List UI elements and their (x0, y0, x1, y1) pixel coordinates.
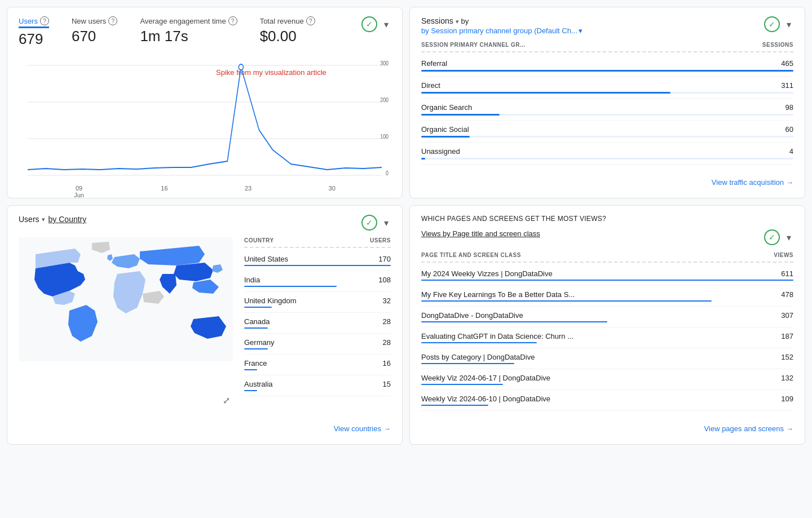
channel-row: Organic Social 60 (421, 121, 793, 143)
page-bar (421, 342, 537, 343)
country-value: 28 (383, 317, 391, 326)
avg-engagement-info-icon[interactable]: ? (228, 16, 237, 25)
country-name: Germany (244, 338, 274, 347)
channel-bar (421, 136, 470, 138)
channel-name: Unassigned (421, 147, 460, 156)
channel-row: Direct 311 (421, 77, 793, 99)
country-row: Germany 28 (244, 334, 391, 355)
channel-bar (421, 92, 670, 94)
x-label-09: 09Jun (74, 185, 84, 198)
page-title: DongDataDive - DongDataDive (421, 311, 776, 320)
chart-svg: 300 200 100 0 (19, 57, 391, 181)
page-title: Evaluating ChatGPT in Data Science: Chur… (421, 332, 776, 340)
country-name: Canada (244, 317, 270, 326)
view-countries-arrow: → (383, 424, 391, 433)
map-dropdown-button[interactable]: ▾ (382, 216, 391, 229)
users-metric: Users ? 679 (19, 16, 49, 48)
world-map: ⤢ (19, 237, 233, 409)
page-bar (421, 321, 607, 322)
view-traffic-acquisition-link[interactable]: View traffic acquisition → (712, 169, 793, 187)
map-zoom-icon[interactable]: ⤢ (223, 395, 230, 406)
country-row: Canada 28 (244, 313, 391, 334)
country-row: United Kingdom 32 (244, 292, 391, 313)
total-revenue-value: $0.00 (260, 28, 315, 45)
avg-engagement-metric: Average engagement time ? 1m 17s (140, 16, 237, 45)
map-dropdown-icon[interactable]: ▾ (42, 216, 45, 223)
page-row: Posts by Category | DongDataDive 152 (421, 348, 793, 369)
country-name: United Kingdom (244, 296, 297, 305)
avg-engagement-value: 1m 17s (140, 28, 237, 45)
country-value: 32 (383, 296, 391, 305)
pages-list: My 2024 Weekly Vizzes | DongDataDive 611… (421, 265, 793, 411)
country-value: 108 (378, 276, 391, 284)
country-row: France 16 (244, 355, 391, 375)
country-name: Australia (244, 380, 273, 388)
total-revenue-info-icon[interactable]: ? (306, 16, 315, 25)
total-revenue-metric: Total revenue ? $0.00 (260, 16, 315, 45)
total-revenue-label: Total revenue ? (260, 16, 315, 25)
page-value: 152 (781, 353, 793, 361)
page-row: My Five Key Learnings To Be a Better Dat… (421, 286, 793, 307)
page-value: 307 (781, 311, 793, 320)
map-title-by-country: by Country (48, 215, 87, 224)
sessions-table-header: SESSION PRIMARY CHANNEL GR... SESSIONS (421, 42, 793, 52)
china-region (174, 263, 213, 281)
country-bar (244, 307, 272, 308)
view-pages-arrow: → (786, 424, 793, 433)
map-card: Users ▾ by Country ✓ ▾ (7, 205, 403, 445)
sessions-dropdown-button[interactable]: ▾ (784, 18, 793, 31)
chart-annotation: Spike from my visualization article (216, 68, 326, 77)
country-value: 16 (383, 359, 391, 368)
metrics-chart-card: Users ? 679 New users ? 670 Average enga… (7, 7, 403, 198)
channel-bar-container (421, 114, 793, 116)
channel-name: Referral (421, 59, 447, 68)
country-row: United States 170 (244, 250, 391, 271)
users-info-icon[interactable]: ? (40, 16, 49, 25)
sessions-col-sessions: SESSIONS (762, 42, 793, 48)
new-users-label: New users ? (72, 16, 117, 25)
country-row: India 108 (244, 271, 391, 292)
new-users-info-icon[interactable]: ? (108, 16, 117, 25)
svg-text:0: 0 (386, 170, 389, 176)
sessions-title: Sessions ▾ by (421, 16, 582, 25)
countries-col-users: USERS (370, 237, 391, 243)
country-value: 28 (383, 338, 391, 347)
page-title: Weekly Viz 2024-06-10 | DongDataDive (421, 395, 776, 403)
channel-value: 465 (781, 59, 793, 68)
sessions-subtitle-chevron: ▾ (579, 26, 582, 35)
pages-table-header: PAGE TITLE AND SCREEN CLASS VIEWS (421, 252, 793, 263)
map-check-icon: ✓ (361, 215, 377, 231)
page-title: My Five Key Learnings To Be a Better Dat… (421, 290, 776, 299)
channel-bar-container (421, 92, 793, 94)
page-bar (421, 363, 514, 364)
country-value: 15 (383, 380, 391, 388)
country-value: 170 (378, 255, 391, 263)
sessions-channels-list: Referral 465 Direct 311 Organic Search 9… (421, 55, 793, 165)
page-bar (421, 280, 793, 281)
new-users-value: 670 (72, 28, 117, 45)
country-name: France (244, 359, 267, 368)
sessions-subtitle[interactable]: by Session primary channel group (Defaul… (421, 26, 582, 35)
channel-row: Organic Search 98 (421, 99, 793, 121)
sessions-check-icon: ✓ (764, 16, 780, 32)
pages-dropdown-button[interactable]: ▾ (784, 231, 793, 244)
country-bar (244, 265, 391, 266)
pages-section-header: WHICH PAGES AND SCREENS GET THE MOST VIE… (421, 215, 793, 223)
channel-value: 60 (785, 125, 793, 134)
page-value: 109 (781, 395, 793, 403)
view-pages-link[interactable]: View pages and screens → (704, 415, 793, 433)
page-title: Weekly Viz 2024-06-17 | DongDataDive (421, 374, 776, 382)
view-countries-link[interactable]: View countries → (334, 415, 391, 433)
channel-bar (421, 70, 793, 72)
page-row: Weekly Viz 2024-06-17 | DongDataDive 132 (421, 369, 793, 390)
pages-title: Views by Page title and screen class (421, 229, 540, 238)
country-name: India (244, 276, 260, 284)
metrics-dropdown-button[interactable]: ▾ (382, 18, 391, 31)
pages-check-icon: ✓ (764, 229, 780, 245)
channel-bar-container (421, 70, 793, 72)
page-title: Posts by Category | DongDataDive (421, 353, 776, 361)
line-chart: Spike from my visualization article 300 … (19, 57, 391, 187)
map-svg (19, 237, 233, 361)
page-row: DongDataDive - DongDataDive 307 (421, 307, 793, 327)
x-label-23: 23 (245, 185, 251, 198)
